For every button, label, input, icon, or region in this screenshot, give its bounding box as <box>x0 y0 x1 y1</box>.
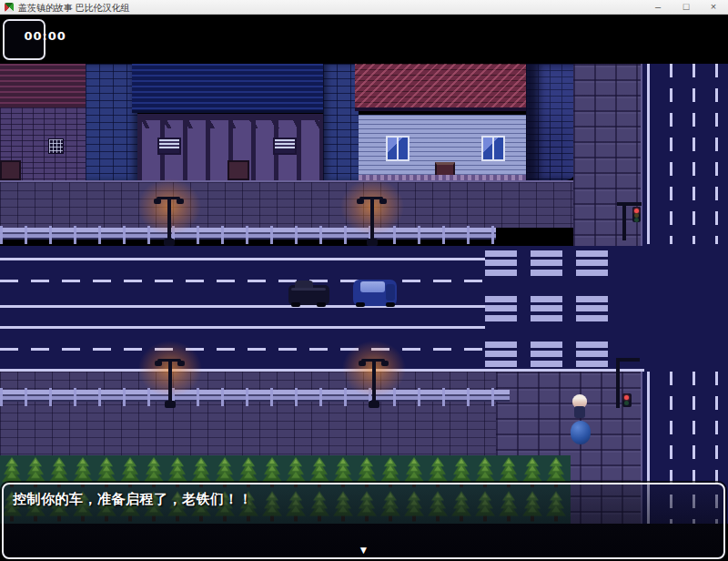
game-canvas[interactable] <box>0 15 728 561</box>
maximize-button[interactable]: □ <box>672 0 700 15</box>
street-lamp-base <box>369 401 379 408</box>
game-window: 盖茨镇的故事 巴比伦汉化组 – □ × <box>0 0 728 561</box>
building-d-wall <box>526 64 575 180</box>
crosswalk-stripe <box>485 250 517 276</box>
street-lamp-bulb <box>359 361 366 366</box>
building-c-window-left <box>386 136 410 161</box>
stone-column-b <box>323 64 359 180</box>
title-bar: 盖茨镇的故事 巴比伦汉化组 – □ × <box>0 0 728 15</box>
street-lamp-icon <box>372 361 376 406</box>
clock-value: 00:00 <box>25 29 66 43</box>
building-a-window <box>48 138 64 154</box>
road-dash-lower <box>0 348 485 351</box>
truck-wheel <box>291 302 300 307</box>
street-lamp-bulb <box>379 199 387 204</box>
crosswalk-stripe <box>576 250 608 276</box>
street-lamp-base <box>367 239 378 246</box>
building-c-window-right <box>481 136 505 161</box>
street-lamp-bulb <box>154 199 161 204</box>
street-lamp-icon <box>370 199 374 244</box>
building-b-roof <box>132 64 326 113</box>
street-lamp-bulb <box>381 361 389 366</box>
car-wheel <box>386 302 395 307</box>
crosswalk-stripe <box>576 296 608 321</box>
street-lamp-icon <box>167 199 171 244</box>
road-dash-upper <box>0 280 485 282</box>
sidewalk-bottom-strip <box>0 372 496 455</box>
building-b-braces <box>137 120 323 128</box>
crosswalk-stripe <box>531 296 562 321</box>
street-lamp-bulb <box>155 361 162 366</box>
vroad-edge-upper <box>647 64 650 244</box>
building-b-window-left <box>157 138 181 155</box>
street-lamp-bulb <box>357 199 364 204</box>
dialogue-text: 控制你的车，准备启程了，老铁们！！ <box>13 491 253 508</box>
sidewalk-top <box>0 180 575 228</box>
clock-window: 00:00 <box>3 19 46 60</box>
truck-highlight <box>291 288 326 291</box>
vroad-dash <box>693 64 695 244</box>
close-button[interactable]: × <box>700 0 727 15</box>
car-trunk <box>386 284 395 301</box>
street-lamp-icon <box>168 361 172 406</box>
crosswalk-stripe <box>576 342 608 367</box>
vroad-dash <box>670 64 672 244</box>
building-b-window-right <box>273 138 297 155</box>
blue-barrel <box>571 421 591 444</box>
minimize-button[interactable]: – <box>644 0 672 15</box>
building-a-door <box>0 160 21 180</box>
window-title: 盖茨镇的故事 巴比伦汉化组 <box>18 2 130 15</box>
app-icon <box>5 3 14 12</box>
crosswalk-stripe <box>531 342 562 367</box>
truck-wheel <box>317 302 326 307</box>
curb-vertical-road <box>641 64 642 246</box>
road-line-top <box>0 258 485 260</box>
street-lamp-base <box>165 401 176 408</box>
npc-body <box>574 406 585 418</box>
street-lamp-bulb <box>177 199 184 204</box>
road-line-mid2 <box>0 326 485 329</box>
building-a-roof <box>0 64 90 107</box>
building-b-door <box>228 160 249 180</box>
dialogue-advance-cursor[interactable]: ▼ <box>359 544 369 556</box>
crosswalk-stripe <box>485 342 517 367</box>
car-windshield <box>360 281 385 292</box>
crosswalk-stripe <box>485 296 517 321</box>
crosswalk-stripe <box>531 250 562 276</box>
dialogue-box[interactable]: 控制你的车，准备启程了，老铁们！！ ▼ <box>2 483 725 559</box>
street-lamp-base <box>164 239 175 246</box>
building-b-top-beam <box>137 114 323 120</box>
guardrail-top <box>0 226 496 244</box>
street-lamp-bulb <box>177 361 185 366</box>
guardrail-bottom <box>0 388 510 406</box>
stone-column-a <box>86 64 137 180</box>
car-wheel <box>356 302 365 307</box>
building-c-roof <box>355 64 531 111</box>
road-line-mid1 <box>0 305 485 308</box>
vroad-dash <box>715 64 718 244</box>
